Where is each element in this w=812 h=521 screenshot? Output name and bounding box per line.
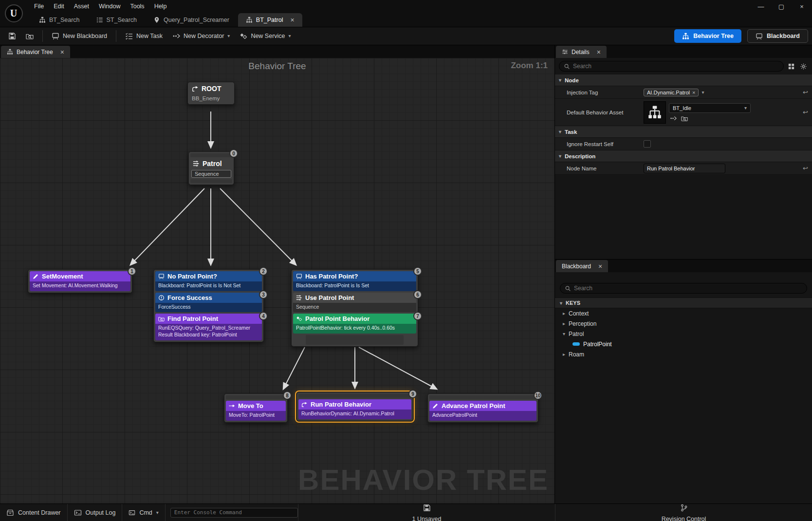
execution-index-badge: 7 xyxy=(413,312,422,320)
minimize-button[interactable]: — xyxy=(751,0,771,13)
key-category-perception[interactable]: ▸ Perception xyxy=(555,318,812,329)
tab-query-patrol-screamer[interactable]: Query_Patrol_Screamer xyxy=(146,13,237,27)
revision-control-button[interactable]: Revision Control ▾ xyxy=(555,504,812,521)
asset-thumbnail[interactable] xyxy=(644,101,666,124)
keys-section-header[interactable]: ▾ KEYS xyxy=(555,298,812,308)
tab-st-search[interactable]: ST_Search xyxy=(89,13,145,27)
reset-to-default-icon[interactable]: ↩ xyxy=(803,165,808,172)
maximize-button[interactable]: ▢ xyxy=(771,0,792,13)
force-success-icon xyxy=(158,295,165,301)
console-command-input[interactable] xyxy=(170,508,298,518)
ignore-restart-self-checkbox[interactable] xyxy=(644,140,651,148)
node-root[interactable]: ROOT BB_Enemy xyxy=(187,82,235,105)
default-behavior-asset-dropdown[interactable]: BT_Idle ▾ xyxy=(669,103,751,113)
close-button[interactable]: × xyxy=(792,0,812,13)
field-label: Node Name xyxy=(567,166,644,171)
blackboard-icon xyxy=(52,32,59,40)
decorator-force-success[interactable]: Force Success ForceSuccess xyxy=(155,293,262,313)
tab-bt-patrol[interactable]: BT_Patrol × xyxy=(238,13,302,27)
menu-edit[interactable]: Edit xyxy=(49,2,69,11)
remove-tag-icon[interactable]: × xyxy=(692,90,695,95)
section-task[interactable]: ▾ Task xyxy=(555,126,812,138)
reset-to-default-icon[interactable]: ↩ xyxy=(803,109,808,116)
graph-canvas[interactable]: Behavior Tree Zoom 1:1 BEHAVIOR TREE xyxy=(0,58,554,503)
run-behavior-icon xyxy=(301,401,308,408)
node-title: Use Patrol Point xyxy=(305,294,354,301)
node-title: Force Success xyxy=(167,294,212,301)
key-label: PatrolPoint xyxy=(583,341,612,348)
tab-behavior-tree-graph[interactable]: Behavior Tree × xyxy=(1,46,70,58)
blackboard-search-input[interactable] xyxy=(574,285,802,292)
gear-icon xyxy=(800,63,807,70)
node-run-patrol-behavior[interactable]: 9 Run Patrol Behavior RunBehaviorDynamic… xyxy=(296,392,413,421)
node-subtitle: AdvancePatrolPoint xyxy=(429,411,536,421)
menu-window[interactable]: Window xyxy=(94,2,125,11)
node-title: Move To xyxy=(238,402,263,409)
category-label: Patrol xyxy=(569,331,584,337)
menu-file[interactable]: File xyxy=(29,2,49,11)
new-service-button[interactable]: New Service ▾ xyxy=(235,29,295,43)
node-move-to[interactable]: 8 Move To MoveTo: PatrolPoint xyxy=(224,393,288,423)
save-button[interactable] xyxy=(4,29,20,43)
tab-close-icon[interactable]: × xyxy=(290,17,294,23)
section-node[interactable]: ▾ Node xyxy=(555,74,812,86)
tab-close-icon[interactable]: × xyxy=(597,49,601,56)
node-no-patrol-point-group[interactable]: 2 3 4 No Patrol Point? Blackboard: Patro… xyxy=(153,269,264,342)
tab-label: Query_Patrol_Screamer xyxy=(164,17,229,23)
key-category-roam[interactable]: ▸ Roam xyxy=(555,349,812,359)
tab-details[interactable]: Details × xyxy=(556,46,607,58)
display-filter-button[interactable] xyxy=(787,62,796,71)
right-panel: Details × ▾ Node Injec xyxy=(555,45,812,503)
move-to-icon xyxy=(229,403,235,409)
tab-close-icon[interactable]: × xyxy=(598,263,602,270)
toolbar-separator xyxy=(116,30,116,42)
key-patrol-point[interactable]: PatrolPoint xyxy=(555,339,812,349)
chevron-down-icon: ▾ xyxy=(559,77,561,83)
toolbar-separator xyxy=(42,30,43,42)
node-patrol[interactable]: 0 Patrol Sequence xyxy=(188,151,234,185)
unsaved-assets-button[interactable]: 1 Unsaved xyxy=(298,504,555,521)
key-category-patrol[interactable]: ▾ Patrol xyxy=(555,329,812,339)
node-name-input[interactable] xyxy=(644,164,725,173)
browse-to-asset-icon[interactable] xyxy=(681,115,688,122)
field-label: Default Behavior Asset xyxy=(567,110,644,115)
unreal-logo[interactable]: U xyxy=(0,0,27,27)
key-category-context[interactable]: ▸ Context xyxy=(555,308,812,318)
tab-blackboard[interactable]: Blackboard × xyxy=(556,260,608,272)
tab-bt-search[interactable]: BT_Search xyxy=(31,13,88,27)
details-search-input[interactable] xyxy=(573,63,779,70)
section-description[interactable]: ▾ Description xyxy=(555,150,812,162)
blackboard-search[interactable] xyxy=(560,283,807,294)
use-selected-asset-icon[interactable] xyxy=(670,115,677,122)
service-icon xyxy=(296,316,302,322)
browse-to-asset-button[interactable] xyxy=(21,29,38,43)
new-blackboard-button[interactable]: New Blackboard xyxy=(47,29,111,43)
behavior-tree-mode-button[interactable]: Behavior Tree xyxy=(674,29,741,43)
menu-help[interactable]: Help xyxy=(149,2,172,11)
decorator-has-patrol-point[interactable]: Has Patrol Point? Blackboard: PatrolPoin… xyxy=(293,271,416,291)
details-settings-button[interactable] xyxy=(799,62,808,71)
menu-tools[interactable]: Tools xyxy=(125,2,149,11)
blackboard-mode-button[interactable]: Blackboard xyxy=(747,29,808,43)
decorator-no-patrol-point[interactable]: No Patrol Point? Blackboard: PatrolPoint… xyxy=(155,271,262,291)
task-find-patrol-point[interactable]: Find Patrol Point RunEQSQuery: Query_Pat… xyxy=(155,314,262,340)
tab-close-icon[interactable]: × xyxy=(60,49,64,56)
node-advance-patrol-point[interactable]: 10 Advance Patrol Point AdvancePatrolPoi… xyxy=(427,393,538,423)
new-decorator-button[interactable]: New Decorator ▾ xyxy=(168,29,234,43)
injection-tag-chip[interactable]: AI.Dynamic.Patrol × xyxy=(644,89,699,96)
content-drawer-button[interactable]: Content Drawer xyxy=(0,504,68,521)
node-set-movement[interactable]: 1 SetMovement Set Movement: AI.Movement.… xyxy=(28,269,132,293)
menu-asset[interactable]: Asset xyxy=(69,2,94,11)
composite-use-patrol-point[interactable]: Use Patrol Point Sequence xyxy=(293,293,416,313)
chevron-down-icon[interactable]: ▾ xyxy=(701,90,704,95)
new-task-button[interactable]: New Task xyxy=(121,29,167,43)
reset-to-default-icon[interactable]: ↩ xyxy=(803,89,808,96)
output-log-button[interactable]: Output Log xyxy=(68,504,123,521)
node-has-patrol-point-group[interactable]: 5 6 7 Has Patrol Point? Blackboard: Patr… xyxy=(291,269,418,347)
cmd-dropdown[interactable]: Cmd ▾ xyxy=(122,504,165,521)
node-subtitle: Blackboard: PatrolPoint is Is Set xyxy=(293,281,416,291)
service-patrol-point-behavior[interactable]: Patrol Point Behavior PatrolPointBehavio… xyxy=(293,314,416,334)
details-search[interactable] xyxy=(559,61,784,72)
node-title: ROOT xyxy=(202,85,221,93)
node-subtitle: Set Movement: AI.Movement.Walking xyxy=(30,281,130,291)
